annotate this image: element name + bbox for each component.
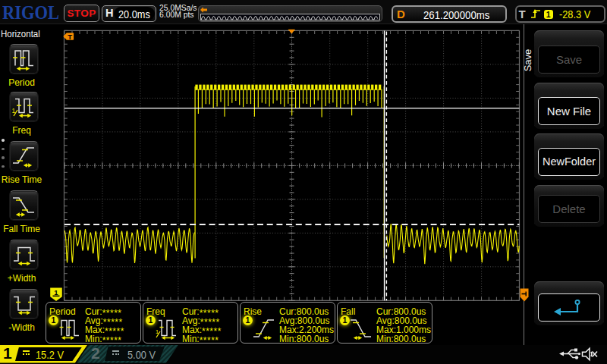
- svg-text:1: 1: [12, 107, 16, 115]
- svg-text:1: 1: [54, 288, 58, 297]
- svg-text:1: 1: [156, 328, 159, 335]
- svg-text:T: T: [68, 33, 72, 41]
